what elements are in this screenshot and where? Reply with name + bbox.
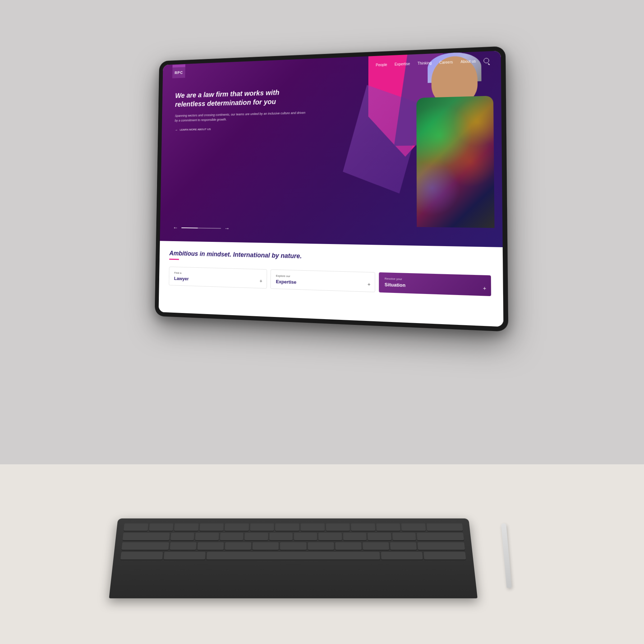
key <box>225 523 249 530</box>
key <box>300 523 325 530</box>
hero-title: We are a law firm that works with relent… <box>175 87 309 109</box>
nav-careers[interactable]: Careers <box>439 60 453 65</box>
key <box>376 523 401 530</box>
cta-arrow: → <box>175 128 178 132</box>
card-situation-title: Situation <box>385 282 485 290</box>
nav-people[interactable]: People <box>376 63 387 67</box>
key <box>199 523 224 530</box>
keyboard <box>109 519 477 598</box>
key <box>363 542 389 550</box>
key <box>121 542 169 550</box>
key <box>427 523 463 530</box>
key <box>351 523 375 530</box>
card-situation-plus[interactable]: + <box>483 285 486 291</box>
key <box>401 523 426 530</box>
key <box>392 533 416 540</box>
logo-text: RPC <box>175 70 183 75</box>
slider-next[interactable]: → <box>224 225 230 232</box>
key <box>280 542 307 550</box>
key <box>198 542 224 550</box>
logo-badge: RPC <box>172 67 185 78</box>
hero-cta-link[interactable]: → LEARN MORE ABOUT US <box>175 125 309 132</box>
nav-links: People Expertise Thinking Careers About … <box>376 58 489 68</box>
card-lawyer-plus[interactable]: + <box>259 278 262 284</box>
slider-prev[interactable]: ← <box>173 225 178 231</box>
key <box>335 542 361 550</box>
hero-content: We are a law firm that works with relent… <box>175 87 309 132</box>
tablet-screen: RPC People Expertise Thinking Careers Ab… <box>158 51 503 327</box>
key <box>368 533 391 540</box>
sparkle-jacket <box>417 96 494 228</box>
key <box>164 552 206 560</box>
tagline-underline <box>169 259 179 260</box>
hero-subtitle: Spanning sectors and crossing continents… <box>175 110 309 123</box>
card-expertise-plus[interactable]: + <box>367 281 370 288</box>
card-lawyer[interactable]: Find a Lawyer + <box>169 267 267 289</box>
keyboard-keys <box>113 519 474 565</box>
slider-progress <box>181 227 221 229</box>
key <box>253 542 279 550</box>
key <box>170 542 197 550</box>
key <box>269 533 293 540</box>
key <box>245 533 268 540</box>
key <box>417 533 464 540</box>
spacebar-key <box>207 552 380 560</box>
key <box>308 542 334 550</box>
key <box>424 552 466 560</box>
cards-row: Find a Lawyer + Explore our Expertise + <box>169 267 491 296</box>
key <box>250 523 274 530</box>
search-icon[interactable] <box>484 58 489 63</box>
key <box>149 523 173 530</box>
hero-section: RPC People Expertise Thinking Careers Ab… <box>160 51 503 247</box>
bottom-section: Ambitious in mindset. International by n… <box>158 241 503 327</box>
key <box>318 533 342 540</box>
key <box>174 523 199 530</box>
card-expertise[interactable]: Explore our Expertise + <box>270 270 375 293</box>
key <box>195 533 219 540</box>
hero-person-image <box>357 51 503 247</box>
key <box>326 523 350 530</box>
slider-controls: ← → <box>173 225 230 232</box>
nav-expertise[interactable]: Expertise <box>395 61 410 66</box>
key <box>220 533 243 540</box>
key <box>123 533 170 540</box>
nav-about[interactable]: About us <box>460 59 476 64</box>
key <box>171 533 194 540</box>
card-lawyer-title: Lawyer <box>174 276 261 284</box>
key <box>225 542 251 550</box>
key <box>294 533 317 540</box>
tablet-frame: RPC People Expertise Thinking Careers Ab… <box>155 46 508 332</box>
logo-area: RPC <box>172 67 185 78</box>
slider-active <box>181 227 198 229</box>
person-body <box>417 96 494 228</box>
key <box>343 533 367 540</box>
tablet-device: RPC People Expertise Thinking Careers Ab… <box>124 34 520 538</box>
key <box>417 542 465 550</box>
card-expertise-title: Expertise <box>276 279 369 287</box>
tagline: Ambitious in mindset. International by n… <box>169 250 491 265</box>
cta-text: LEARN MORE ABOUT US <box>180 128 211 131</box>
card-situation[interactable]: Resolve your Situation + <box>379 272 491 296</box>
key <box>275 523 299 530</box>
key <box>124 523 148 530</box>
website: RPC People Expertise Thinking Careers Ab… <box>158 51 503 327</box>
nav-thinking[interactable]: Thinking <box>418 61 432 65</box>
key <box>381 552 423 560</box>
key <box>390 542 417 550</box>
key <box>120 552 162 560</box>
